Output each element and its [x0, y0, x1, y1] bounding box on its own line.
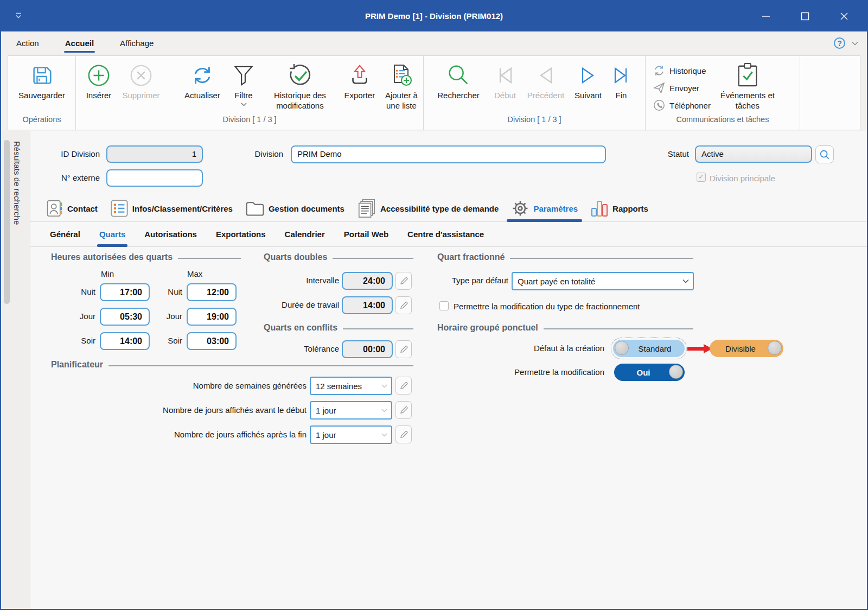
events-tasks-button[interactable]: Événements et tâches: [715, 59, 780, 112]
skip-last-icon: [609, 60, 633, 91]
subtab-calendrier[interactable]: Calendrier: [285, 222, 325, 246]
pencil-icon: [399, 344, 409, 354]
duree-travail-label: Durée de travail: [258, 300, 339, 309]
toggle-knob: [615, 341, 629, 355]
duree-travail-field[interactable]: 14:00: [342, 296, 393, 314]
defaut-creation-toggle-standard[interactable]: Standard: [613, 340, 685, 357]
toggle-knob: [768, 341, 782, 355]
semaines-generees-select[interactable]: 12 semaines: [310, 377, 392, 395]
nuit-min-field[interactable]: 17:00: [100, 283, 150, 301]
close-button[interactable]: [837, 9, 852, 24]
maximize-button[interactable]: [797, 9, 813, 24]
statut-lookup-button[interactable]: [815, 145, 834, 163]
add-to-list-button[interactable]: Ajouter à une liste: [380, 59, 423, 112]
soir-min-field[interactable]: 14:00: [100, 332, 150, 350]
filter-button[interactable]: Filtre: [227, 59, 260, 107]
jours-apres-select[interactable]: 1 jour: [310, 425, 392, 444]
intervalle-field[interactable]: 24:00: [342, 272, 393, 290]
next-record-button[interactable]: Suivant: [569, 59, 607, 102]
jours-avant-select[interactable]: 1 jour: [310, 401, 392, 420]
statut-label: Statut: [608, 149, 689, 158]
jour-max-field[interactable]: 19:00: [187, 308, 237, 326]
ribbon-group-division-edit: Insérer Supprimer Actualiser: [76, 56, 424, 130]
division-field[interactable]: PRIM Demo: [291, 145, 606, 163]
pencil-icon: [399, 380, 409, 391]
pencil-icon: [399, 405, 409, 415]
soir-max-field[interactable]: 03:00: [187, 332, 237, 350]
numero-externe-label: N° externe: [40, 173, 100, 182]
history-button[interactable]: Historique: [653, 65, 711, 77]
export-button[interactable]: Exporter: [340, 59, 380, 102]
magnifier-icon: [819, 149, 830, 160]
jour-min-field[interactable]: 05:30: [100, 308, 150, 326]
filter-icon: [232, 60, 256, 91]
next-icon: [576, 60, 600, 91]
jours-apres-edit-button[interactable]: [395, 425, 412, 443]
gear-icon: [511, 199, 529, 218]
insert-button[interactable]: Insérer: [79, 59, 118, 102]
chevron-down-icon: [381, 433, 387, 437]
tolerance-edit-button[interactable]: [395, 340, 412, 358]
section-quarts-doubles: Quarts doubles: [264, 252, 413, 262]
subtab-portail-web[interactable]: Portail Web: [344, 222, 388, 246]
bar-chart-icon: [590, 199, 609, 218]
send-button[interactable]: Envoyer: [653, 82, 711, 94]
minimize-button[interactable]: [758, 9, 774, 24]
defaut-creation-toggle-divisible[interactable]: Divisible: [710, 340, 783, 357]
titlebar: PRIM Demo [1] - Division (PRIM012): [1, 1, 867, 31]
section-planificateur: Planificateur: [51, 360, 413, 370]
phone-button[interactable]: Téléphoner: [653, 99, 711, 111]
save-button[interactable]: Sauvegarder: [16, 59, 67, 102]
refresh-button[interactable]: Actualiser: [178, 59, 227, 102]
subtab-general[interactable]: Général: [50, 222, 80, 246]
tolerance-field[interactable]: 00:00: [342, 340, 393, 358]
division-principale-label: Division principale: [710, 174, 818, 183]
permettre-fractionnement-checkbox[interactable]: [439, 301, 449, 310]
tab-parametres[interactable]: Paramètres: [505, 195, 584, 221]
subtab-autorisations[interactable]: Autorisations: [144, 222, 197, 246]
last-record-button[interactable]: Fin: [607, 59, 635, 102]
type-par-defaut-select[interactable]: Quart payé en totalité: [512, 272, 694, 290]
tab-contact[interactable]: Contact: [40, 195, 104, 221]
jour-max-label: Jour: [150, 312, 182, 321]
subtab-exportations[interactable]: Exportations: [216, 222, 266, 246]
tab-rapports[interactable]: Rapports: [584, 195, 654, 221]
id-division-field[interactable]: 1: [106, 145, 203, 163]
sidebar-scrollbar-thumb[interactable]: [4, 140, 10, 304]
ribbon-group-label: Communications et tâches: [646, 115, 800, 130]
contact-card-icon: [46, 198, 63, 219]
soir-max-label: Soir: [150, 336, 182, 345]
toggle-knob: [669, 365, 683, 379]
search-button[interactable]: Rechercher: [429, 59, 488, 102]
jour-min-label: Jour: [63, 312, 95, 321]
help-icon[interactable]: [834, 37, 845, 49]
semaines-edit-button[interactable]: [395, 377, 412, 395]
statut-field[interactable]: Active: [695, 145, 812, 163]
folder-icon: [245, 200, 265, 217]
section-heures-autorisees: Heures autorisées des quarts: [51, 252, 241, 262]
search-results-sidebar: Résultats de recherche: [1, 131, 30, 609]
ribbon: Sauvegarder Opérations Insérer: [1, 55, 867, 131]
menu-tab-accueil[interactable]: Accueil: [65, 31, 94, 55]
numero-externe-field[interactable]: [106, 169, 203, 187]
subtab-quarts[interactable]: Quarts: [99, 222, 125, 246]
sidebar-tab-resultats[interactable]: Résultats de recherche: [12, 141, 22, 225]
ribbon-collapse-chevron-icon[interactable]: [852, 41, 858, 46]
menu-tab-affichage[interactable]: Affichage: [120, 31, 154, 55]
tab-gestion-documents[interactable]: Gestion documents: [239, 195, 350, 221]
tab-infos-classement-criteres[interactable]: Infos/Classement/Critères: [104, 195, 239, 221]
duree-travail-edit-button[interactable]: [395, 296, 412, 314]
jours-avant-edit-button[interactable]: [395, 401, 412, 419]
nuit-max-field[interactable]: 12:00: [187, 283, 237, 301]
previous-record-button: Précédent: [522, 59, 569, 102]
subtab-centre-assistance[interactable]: Centre d'assistance: [407, 222, 484, 246]
previous-icon: [534, 60, 558, 91]
permettre-modification-toggle[interactable]: Oui: [614, 364, 685, 381]
tab-accessibilite-type-demande[interactable]: Accessibilité type de demande: [351, 195, 505, 221]
menu-tab-action[interactable]: Action: [16, 31, 39, 55]
phone-icon: [653, 99, 665, 111]
list-icon: [110, 199, 129, 218]
change-history-button[interactable]: Historique des modifications: [260, 59, 340, 112]
ribbon-group-communications: Historique Envoyer Télépho: [646, 56, 800, 130]
jours-avant-label: Nombre de jours affichés avant le début: [144, 405, 307, 415]
